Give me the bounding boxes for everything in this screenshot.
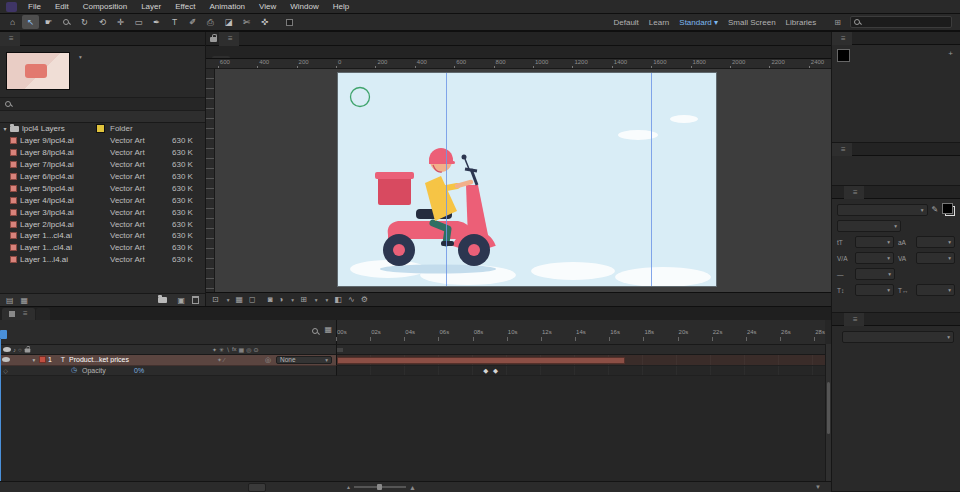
lock-icon[interactable]	[210, 37, 217, 42]
project-row[interactable]: Layer 3/lpcl4.aiVector Art630 K	[0, 206, 205, 218]
property-name[interactable]: Opacity	[82, 367, 134, 374]
comp-name[interactable]: ▾	[77, 54, 82, 60]
panel-menu-icon[interactable]: ≡	[228, 32, 233, 46]
tab-character[interactable]: ≡	[844, 186, 864, 199]
expand-icon[interactable]: ▾	[29, 357, 39, 363]
delete-icon[interactable]	[192, 296, 199, 304]
pan-behind-tool[interactable]: ✛	[112, 15, 129, 29]
label-chip[interactable]	[39, 356, 46, 363]
interpret-footage-icon[interactable]: ▤	[6, 296, 14, 305]
time-ruler[interactable]: 00s02s04s06s08s10s12s14s16s18s20s22s24s2…	[337, 320, 825, 344]
guide-line[interactable]	[651, 73, 652, 286]
workspace-standard[interactable]: Standard ▾	[679, 18, 718, 27]
property-value[interactable]: 0%	[134, 367, 144, 374]
tab-paint[interactable]	[832, 313, 844, 326]
pen-tool[interactable]: ✒	[148, 15, 165, 29]
panel-menu-icon[interactable]: ≡	[23, 308, 28, 320]
project-row[interactable]: Layer 1...l4.aiVector Art630 K	[0, 254, 205, 266]
graph-icon[interactable]: ∿	[348, 295, 355, 304]
zoom-select[interactable]: ▾	[225, 297, 230, 303]
project-row[interactable]: Layer 4/lpcl4.aiVector Art630 K	[0, 194, 205, 206]
zoom-out-icon[interactable]: ▲	[346, 484, 351, 490]
pixel-aspect-icon[interactable]: ◧	[334, 295, 342, 304]
font-style-select[interactable]: ▾	[837, 220, 901, 232]
menu-help[interactable]: Help	[326, 2, 356, 11]
home-tool[interactable]: ⌂	[4, 15, 21, 29]
tab-layer[interactable]	[241, 32, 253, 46]
roto-brush-tool[interactable]: ✄	[238, 15, 255, 29]
type-tool[interactable]: T	[166, 15, 183, 29]
puppet-pin-tool[interactable]: ✜	[256, 15, 273, 29]
keyframe-navigator-icon[interactable]: ◇	[0, 367, 11, 374]
tab-timeline-comp[interactable]: ≡	[2, 308, 35, 320]
leading-select[interactable]: ▾	[916, 236, 955, 248]
panel-menu-icon[interactable]: ≡	[853, 186, 858, 199]
fill-stroke-swatch[interactable]	[942, 203, 955, 216]
menu-file[interactable]: File	[21, 2, 48, 11]
zoom-slider[interactable]	[354, 486, 406, 488]
comp-thumbnail[interactable]	[6, 52, 70, 90]
menu-layer[interactable]: Layer	[134, 2, 168, 11]
tab-brushes[interactable]	[832, 186, 844, 199]
tab-composition[interactable]: ≡	[219, 32, 239, 46]
kerning-select[interactable]: ▾	[855, 252, 894, 264]
project-row[interactable]: Layer 1...cl4.aiVector Art630 K	[0, 242, 205, 254]
toggle-switches-button[interactable]	[248, 483, 266, 492]
keyframe-icon[interactable]: ◆	[493, 366, 498, 377]
brush-tool[interactable]: ✐	[184, 15, 201, 29]
magnification-menu-icon[interactable]: ⊡	[212, 295, 219, 304]
audio-column-icon[interactable]: ♪	[13, 347, 16, 353]
hand-tool[interactable]: ☛	[40, 15, 57, 29]
solo-column-icon[interactable]: ○	[18, 347, 22, 353]
shape-tool[interactable]: ▭	[130, 15, 147, 29]
playhead-handle[interactable]	[0, 330, 7, 339]
project-row[interactable]: Layer 7/lpcl4.aiVector Art630 K	[0, 159, 205, 171]
project-row[interactable]: Layer 9/lpcl4.aiVector Art630 K	[0, 135, 205, 147]
panel-menu-icon[interactable]: ≡	[9, 32, 14, 46]
tab-footage[interactable]	[255, 32, 267, 46]
tab-effect-controls[interactable]	[20, 32, 32, 46]
video-column-icon[interactable]	[3, 347, 11, 352]
project-row[interactable]: Layer 2/lpcl4.aiVector Art630 K	[0, 218, 205, 230]
panel-menu-icon[interactable]: ≡	[841, 32, 846, 45]
layer-track[interactable]	[337, 355, 825, 366]
view-layout-select[interactable]: ▾	[324, 297, 329, 303]
menu-edit[interactable]: Edit	[48, 2, 76, 11]
timeline-zoom-control[interactable]: ▲ ▲	[346, 484, 416, 491]
camera-tool[interactable]: ⟲	[94, 15, 111, 29]
composition-view[interactable]	[338, 73, 716, 286]
project-row[interactable]: Layer 1...cl4.aiVector Art630 K	[0, 230, 205, 242]
font-size-select[interactable]: ▾	[855, 236, 894, 248]
panel-menu-icon[interactable]: ≡	[841, 143, 846, 156]
new-folder-icon[interactable]	[158, 297, 167, 303]
project-row[interactable]: Layer 5/lpcl4.aiVector Art630 K	[0, 182, 205, 194]
pick-whip-icon[interactable]: ◎	[265, 356, 276, 364]
playhead-line[interactable]	[0, 339, 1, 481]
timeline-scrollbar[interactable]	[825, 344, 831, 481]
menu-composition[interactable]: Composition	[76, 2, 134, 11]
menu-animation[interactable]: Animation	[202, 2, 252, 11]
property-entry[interactable]: ◇◷Opacity0%	[0, 366, 337, 377]
video-toggle[interactable]	[0, 357, 11, 362]
tab-preview[interactable]: ≡	[832, 143, 852, 156]
new-composition-icon[interactable]: ▣	[177, 296, 185, 305]
selection-tool[interactable]: ↖	[22, 15, 39, 29]
tab-render-queue[interactable]	[36, 308, 50, 320]
tab-audio[interactable]	[852, 32, 864, 45]
rotation-tool[interactable]: ↻	[76, 15, 93, 29]
lock-column-icon[interactable]	[24, 349, 30, 353]
snapping-checkbox[interactable]	[286, 19, 293, 26]
comp-tab[interactable]	[212, 56, 230, 58]
tab-project[interactable]: ≡	[0, 32, 20, 46]
zoom-slider-knob[interactable]	[377, 484, 382, 490]
tab-align[interactable]: ≡	[844, 313, 864, 326]
mask-visibility-icon[interactable]: ◻	[249, 295, 256, 304]
parent-select[interactable]: None▾	[276, 356, 332, 365]
tracking-select[interactable]: ▾	[916, 252, 955, 264]
label-chip[interactable]	[93, 124, 107, 133]
chevron-down-icon[interactable]: ▼	[815, 484, 821, 490]
guide-line[interactable]	[446, 73, 447, 286]
eraser-tool[interactable]: ◪	[220, 15, 237, 29]
project-row[interactable]: Layer 6/lpcl4.aiVector Art630 K	[0, 171, 205, 183]
vertical-scale-select[interactable]: ▾	[855, 284, 894, 296]
